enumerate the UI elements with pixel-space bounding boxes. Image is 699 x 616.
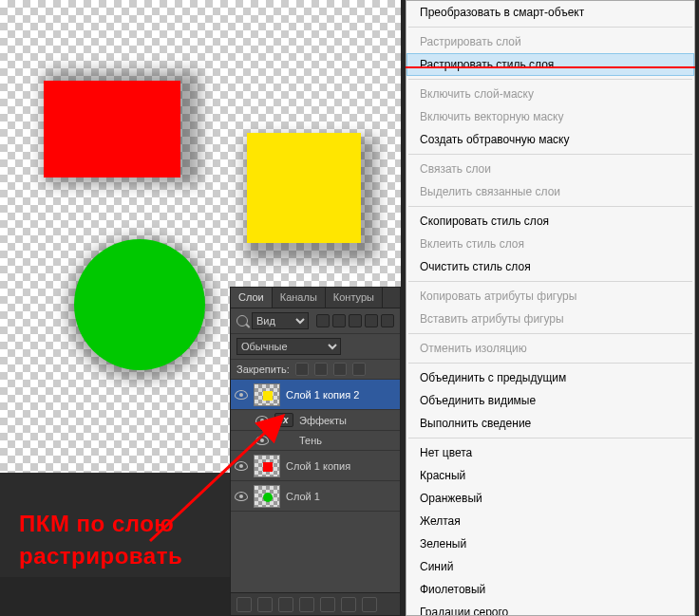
menu-item[interactable]: Преобразовать в смарт-объект <box>406 1 694 24</box>
lock-brush-icon[interactable] <box>314 363 328 376</box>
layer-name[interactable]: Слой 1 копия 2 <box>286 389 396 401</box>
menu-separator <box>408 281 692 282</box>
panel-tabs: Слои Каналы Контуры <box>231 288 400 308</box>
menu-separator <box>408 438 692 439</box>
visibility-toggle-icon[interactable] <box>235 388 248 401</box>
menu-item: Копировать атрибуты фигуры <box>406 285 694 308</box>
menu-item[interactable]: Градации серого <box>406 601 694 616</box>
visibility-toggle-icon[interactable] <box>235 490 248 503</box>
menu-separator <box>408 363 692 364</box>
filter-chip-4[interactable] <box>365 314 378 327</box>
layer-row-2[interactable]: Слой 1 копия <box>231 451 400 481</box>
menu-separator <box>408 27 692 28</box>
yellow-rectangle <box>247 133 361 243</box>
layer-fx-row[interactable]: fx Эффекты <box>231 410 400 431</box>
menu-separator <box>408 79 692 80</box>
layer-thumbnail[interactable] <box>254 455 280 477</box>
layer-fx-shadow-row[interactable]: Тень <box>231 431 400 451</box>
visibility-toggle-icon[interactable] <box>255 434 269 447</box>
filter-chip-3[interactable] <box>349 314 362 327</box>
fx-add-icon[interactable] <box>257 597 273 612</box>
context-menu: Преобразовать в смарт-объектРастрировать… <box>406 0 695 616</box>
menu-item: Связать слои <box>406 158 694 180</box>
fx-effects-label: Эффекты <box>299 415 396 426</box>
layer-row-1[interactable]: Слой 1 копия 2 <box>231 380 400 410</box>
layer-name[interactable]: Слой 1 <box>286 491 396 502</box>
layer-filter-row: Вид <box>231 308 400 334</box>
menu-item: Включить слой-маску <box>406 83 694 105</box>
annotation-red-underline <box>406 66 695 68</box>
link-layers-icon[interactable] <box>236 597 252 612</box>
menu-item: Вклеить стиль слоя <box>406 233 694 255</box>
menu-item[interactable]: Нет цвета <box>406 441 694 464</box>
menu-item[interactable]: Объединить видимые <box>406 389 694 412</box>
blend-mode-select[interactable]: Обычные <box>236 338 341 355</box>
menu-item[interactable]: Желтая <box>406 510 694 532</box>
lock-label: Закрепить: <box>236 364 290 375</box>
menu-item: Включить векторную маску <box>406 105 694 128</box>
fx-icon: fx <box>274 413 293 427</box>
red-rectangle <box>44 81 180 177</box>
filter-chip-5[interactable] <box>381 314 394 327</box>
menu-item: Растрировать слой <box>406 30 694 53</box>
menu-item[interactable]: Создать обтравочную маску <box>406 128 694 151</box>
menu-item[interactable]: Фиолетовый <box>406 578 694 601</box>
filter-chip-2[interactable] <box>332 314 346 327</box>
layer-row-3[interactable]: Слой 1 <box>231 481 400 512</box>
tab-channels[interactable]: Каналы <box>273 288 326 308</box>
blend-mode-row: Обычные <box>231 334 400 360</box>
adjustment-add-icon[interactable] <box>299 597 314 612</box>
lock-row: Закрепить: <box>231 360 400 380</box>
menu-item[interactable]: Скопировать стиль слоя <box>406 210 694 233</box>
menu-item[interactable]: Оранжевый <box>406 487 694 510</box>
menu-item[interactable]: Очистить стиль слоя <box>406 255 694 278</box>
search-icon[interactable] <box>236 315 248 327</box>
visibility-toggle-icon[interactable] <box>255 414 269 427</box>
tab-layers[interactable]: Слои <box>231 288 273 308</box>
menu-item: Вставить атрибуты фигуры <box>406 308 694 330</box>
menu-separator <box>408 154 692 155</box>
green-circle <box>74 239 205 370</box>
visibility-toggle-icon[interactable] <box>235 459 248 473</box>
menu-item[interactable]: Синий <box>406 555 694 578</box>
annotation-line2: растрировать <box>19 543 182 569</box>
menu-separator <box>408 333 692 334</box>
menu-item[interactable]: Выполнить сведение <box>406 412 694 435</box>
lock-move-icon[interactable] <box>333 363 347 376</box>
group-new-icon[interactable] <box>320 597 335 612</box>
trash-icon[interactable] <box>362 597 377 612</box>
layer-new-icon[interactable] <box>341 597 356 612</box>
menu-item: Отменить изоляцию <box>406 337 694 360</box>
menu-item[interactable]: Объединить с предыдущим <box>406 366 694 389</box>
menu-item[interactable]: Зеленый <box>406 532 694 555</box>
menu-item[interactable]: Красный <box>406 464 694 487</box>
layer-name[interactable]: Слой 1 копия <box>286 460 396 472</box>
lock-transparency-icon[interactable] <box>295 363 309 376</box>
filter-type-select[interactable]: Вид <box>252 312 309 329</box>
layer-thumbnail[interactable] <box>254 383 280 406</box>
filter-chip-1[interactable] <box>316 314 330 327</box>
lock-all-icon[interactable] <box>352 363 366 376</box>
menu-item[interactable]: Растрировать стиль слоя <box>406 53 694 76</box>
fx-shadow-label: Тень <box>299 435 396 446</box>
menu-item: Выделить связанные слои <box>406 180 694 203</box>
annotation-line1: ПКМ по слою <box>19 511 174 537</box>
tab-paths[interactable]: Контуры <box>326 288 383 308</box>
mask-add-icon[interactable] <box>278 597 293 612</box>
layers-panel-footer <box>231 592 400 615</box>
layer-thumbnail[interactable] <box>254 485 280 508</box>
menu-separator <box>408 206 692 207</box>
layers-panel: Слои Каналы Контуры Вид Обычные Закрепит… <box>230 287 401 616</box>
